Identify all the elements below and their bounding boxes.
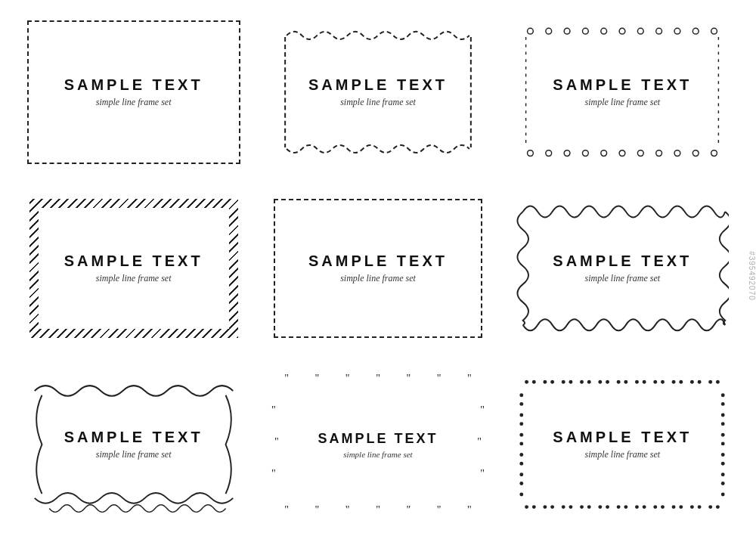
svg-point-88 [721,462,725,466]
svg-point-31 [569,380,573,384]
svg-point-84 [721,423,725,426]
svg-point-32 [580,380,584,384]
svg-point-60 [635,506,639,510]
svg-point-50 [544,506,547,510]
adobe-watermark: #395492070 [748,251,756,301]
frames-grid: SAMPLE TEXT simple line frame set SAMPLE… [15,8,741,529]
frame9-content: SAMPLE TEXT simple line frame set [553,429,692,460]
frame9-title: SAMPLE TEXT [553,429,692,446]
svg-point-23 [711,150,717,156]
svg-point-75 [520,442,524,446]
frame9-subtitle: simple line frame set [584,449,660,460]
svg-point-62 [654,506,658,510]
svg-point-2 [528,28,534,34]
svg-point-49 [532,506,536,510]
svg-point-43 [680,380,683,384]
frame6-subtitle: simple line frame set [584,273,660,284]
svg-point-76 [520,454,524,457]
frame4-title: SAMPLE TEXT [64,253,203,270]
svg-point-11 [693,28,699,34]
svg-point-79 [520,482,524,485]
frame6-title: SAMPLE TEXT [553,253,692,270]
svg-point-13 [528,150,534,156]
svg-point-51 [551,506,555,510]
svg-point-15 [565,150,571,156]
frame8-row4: "" [271,468,485,480]
svg-point-83 [721,414,725,417]
svg-point-9 [656,28,662,34]
svg-point-91 [721,493,725,497]
svg-point-33 [587,380,591,384]
svg-point-4 [565,28,571,34]
svg-point-71 [520,402,524,406]
svg-point-85 [721,433,725,437]
svg-point-87 [721,454,725,457]
frame-cell-4: SAMPLE TEXT simple line frame set [15,184,252,352]
svg-point-72 [520,414,524,417]
frame-cell-7: SAMPLE TEXT simple line frame set [15,361,252,529]
frame8-bottom-quotes: """"""" [271,504,485,516]
frame6-content: SAMPLE TEXT simple line frame set [553,253,692,284]
svg-point-59 [624,506,628,510]
svg-point-48 [525,506,528,510]
frame3-container: SAMPLE TEXT simple line frame set [516,20,729,164]
frame1-border: SAMPLE TEXT simple line frame set [27,20,240,164]
svg-point-57 [606,506,609,510]
svg-point-27 [532,380,536,384]
svg-point-37 [624,380,628,384]
frame-cell-3: SAMPLE TEXT simple line frame set [504,8,741,176]
svg-point-73 [520,423,524,426]
svg-point-66 [690,506,694,510]
svg-point-90 [721,482,725,485]
frame2-container: SAMPLE TEXT simple line frame set [271,20,485,164]
svg-point-44 [690,380,694,384]
frame3-subtitle: simple line frame set [585,97,661,108]
frame8-top-quotes: """"""" [271,373,485,385]
svg-point-86 [721,442,725,446]
svg-point-69 [716,506,720,510]
svg-point-68 [709,506,713,510]
frame3-title: SAMPLE TEXT [553,76,692,94]
svg-point-28 [544,380,547,384]
frame-cell-1: SAMPLE TEXT simple line frame set [15,8,252,176]
frame5-subtitle: simple line frame set [340,273,416,284]
svg-point-17 [601,150,607,156]
svg-point-29 [551,380,555,384]
svg-point-77 [520,462,524,466]
svg-point-20 [656,150,662,156]
svg-point-3 [546,28,552,34]
frame5-title: SAMPLE TEXT [308,253,448,270]
svg-point-12 [711,28,717,34]
svg-point-53 [569,506,573,510]
svg-point-78 [520,473,524,477]
frame-cell-6: SAMPLE TEXT simple line frame set [504,184,741,352]
svg-point-47 [716,380,720,384]
svg-point-63 [661,506,665,510]
svg-point-82 [721,402,725,406]
frame7-title: SAMPLE TEXT [64,429,203,446]
frame5-border: SAMPLE TEXT simple line frame set [274,199,482,337]
svg-point-61 [643,506,646,510]
svg-point-39 [643,380,646,384]
svg-point-22 [693,150,699,156]
svg-point-52 [562,506,565,510]
svg-point-74 [520,433,524,437]
svg-point-54 [580,506,584,510]
frame1-subtitle: simple line frame set [96,97,172,108]
svg-point-21 [674,150,680,156]
svg-point-30 [562,380,565,384]
frame-cell-2: SAMPLE TEXT simple line frame set [259,8,496,176]
frame7-subtitle: simple line frame set [96,449,172,460]
svg-point-67 [698,506,702,510]
svg-point-56 [599,506,603,510]
frame8-content: SAMPLE TEXT simple line frame set [318,431,438,459]
svg-point-19 [638,150,644,156]
svg-point-89 [721,473,725,477]
svg-point-55 [587,506,591,510]
svg-point-34 [599,380,603,384]
svg-point-26 [525,380,528,384]
frame1-title: SAMPLE TEXT [64,76,203,94]
frame-cell-5: SAMPLE TEXT simple line frame set [259,184,496,352]
frame8-container: """"""" "" "" "" """"""" SAMPLE TEXT sim… [271,373,485,516]
svg-point-80 [520,493,524,497]
